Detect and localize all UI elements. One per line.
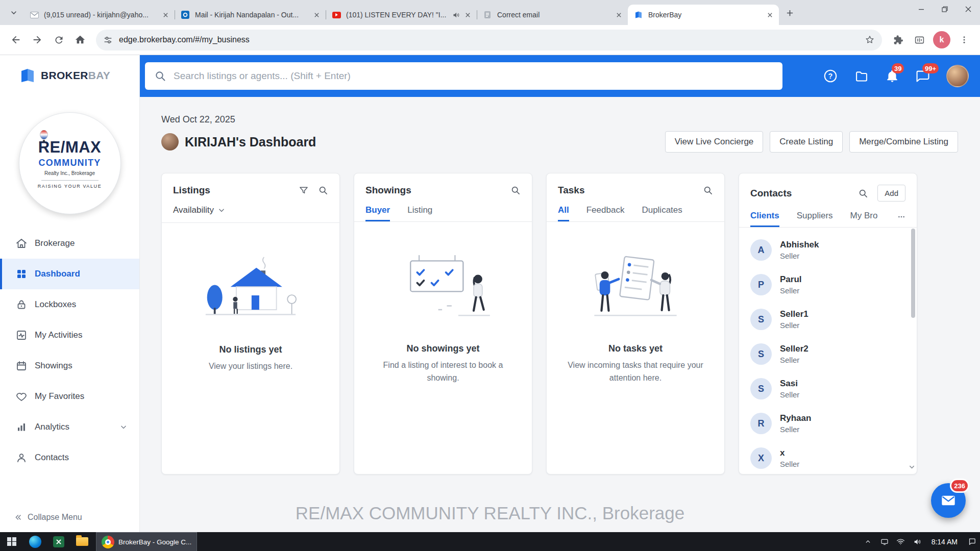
extensions-icon[interactable]: [888, 30, 908, 49]
create-listing-button[interactable]: Create Listing: [770, 131, 843, 153]
tab-youtube[interactable]: (101) LISTEN EVERY DAY! "I...: [326, 5, 477, 25]
contact-row[interactable]: S Seller1Seller: [739, 302, 917, 337]
tab-close-icon[interactable]: [765, 10, 775, 20]
sidebar-item-brokerage[interactable]: Brokerage: [0, 228, 139, 259]
card-title: Contacts: [750, 188, 792, 199]
tab-suppliers[interactable]: Suppliers: [797, 211, 833, 227]
tab-feedback[interactable]: Feedback: [586, 205, 625, 221]
contact-row[interactable]: P ParulSeller: [739, 267, 917, 302]
tab-all[interactable]: All: [558, 205, 569, 221]
sidebar-item-lockboxes[interactable]: Lockboxes: [0, 289, 139, 320]
brokerbay-app: BROKERBAY RE/MAX COMMUNITY Realty Inc., …: [0, 55, 980, 532]
media-controls-icon[interactable]: [910, 30, 929, 49]
bookmark-star-icon[interactable]: [865, 35, 875, 45]
contact-avatar: S: [750, 378, 772, 399]
search-icon[interactable]: [318, 185, 328, 195]
url-bar[interactable]: edge.brokerbay.com/#/my_business: [96, 30, 882, 51]
collapse-menu-button[interactable]: Collapse Menu: [14, 513, 82, 522]
tab-correct-email[interactable]: Correct email: [477, 5, 628, 25]
view-live-concierge-button[interactable]: View Live Concierge: [665, 131, 764, 153]
empty-title: No listings yet: [162, 344, 339, 355]
contact-row[interactable]: X xSeller: [739, 441, 917, 474]
browser-menu-icon[interactable]: [954, 30, 974, 49]
taskbar-file-explorer-icon[interactable]: [70, 532, 94, 551]
filter-icon[interactable]: [299, 185, 309, 195]
taskbar-active-window[interactable]: BrokerBay - Google C...: [96, 532, 197, 551]
browser-profile-avatar[interactable]: k: [933, 31, 950, 48]
tray-wifi-icon[interactable]: [893, 532, 909, 551]
minimize-button[interactable]: [910, 0, 933, 18]
merge-combine-listing-button[interactable]: Merge/Combine Listing: [849, 131, 958, 153]
close-button[interactable]: [957, 0, 980, 18]
tab-search-button[interactable]: [6, 5, 21, 20]
logo-line-2: COMMUNITY: [39, 158, 101, 168]
global-search[interactable]: [145, 62, 782, 90]
sidebar-item-dashboard[interactable]: Dashboard: [0, 259, 139, 289]
home-button[interactable]: [70, 30, 90, 49]
showings-empty-state: No showings yet Find a listing of intere…: [354, 222, 532, 474]
empty-text: View your listings here.: [162, 360, 339, 373]
folder-icon[interactable]: [854, 69, 869, 83]
tab-close-icon[interactable]: [462, 10, 473, 20]
add-contact-button[interactable]: Add: [877, 185, 905, 202]
brokerbay-logo[interactable]: BROKERBAY: [0, 55, 139, 84]
tab-my-brokerage[interactable]: My Bro: [850, 211, 878, 227]
tab-buyer[interactable]: Buyer: [365, 205, 390, 221]
user-avatar[interactable]: [946, 65, 969, 87]
screen: (9,015 unread) - kirijahn@yaho... Mail -…: [0, 0, 980, 551]
scroll-down-icon[interactable]: [908, 463, 916, 471]
new-tab-button[interactable]: [782, 5, 797, 20]
contact-row[interactable]: S SasiSeller: [739, 371, 917, 406]
contact-role: Seller: [780, 425, 811, 434]
contact-row[interactable]: S Seller2Seller: [739, 337, 917, 371]
reload-button[interactable]: [49, 30, 68, 49]
action-center-icon[interactable]: [964, 532, 980, 551]
messages-icon[interactable]: 99+: [916, 69, 930, 83]
sidebar-item-showings[interactable]: Showings: [0, 350, 139, 381]
contacts-scrollbar[interactable]: [911, 229, 915, 473]
site-settings-icon[interactable]: [103, 35, 113, 45]
tab-close-icon[interactable]: [614, 10, 624, 20]
tray-chevron-up-icon[interactable]: [860, 532, 876, 551]
back-button[interactable]: [6, 30, 26, 49]
tab-audio-speaker-icon[interactable]: [452, 11, 460, 19]
search-icon[interactable]: [510, 185, 521, 195]
sidebar-item-my-activities[interactable]: My Activities: [0, 320, 139, 350]
tab-close-icon[interactable]: [160, 10, 170, 20]
contact-row[interactable]: R RyhaanSeller: [739, 406, 917, 441]
contact-row[interactable]: A AbhishekSeller: [739, 233, 917, 267]
tab-yahoo-mail[interactable]: (9,015 unread) - kirijahn@yaho...: [23, 5, 175, 25]
sidebar-item-analytics[interactable]: Analytics: [0, 412, 139, 442]
showings-tabs: Buyer Listing: [354, 205, 532, 222]
contact-name: Seller1: [780, 309, 808, 319]
taskbar-edge-icon[interactable]: [23, 532, 47, 551]
sidebar-item-label: My Activities: [35, 330, 83, 340]
tabs-overflow-icon[interactable]: [897, 213, 905, 227]
chat-widget-button[interactable]: 236: [931, 483, 966, 518]
sidebar-item-label: Brokerage: [35, 238, 75, 248]
tab-outlook[interactable]: Mail - Kirijah Nandapalan - Out...: [175, 5, 326, 25]
notifications-bell-icon[interactable]: 39: [885, 69, 899, 83]
brokerbay-logo-icon: [19, 67, 36, 84]
tab-clients[interactable]: Clients: [750, 211, 779, 227]
taskbar-excel-icon[interactable]: [47, 532, 70, 551]
sidebar-item-my-favorites[interactable]: My Favorites: [0, 381, 139, 412]
tab-listing[interactable]: Listing: [407, 205, 432, 221]
search-icon[interactable]: [858, 188, 868, 198]
search-input[interactable]: [174, 70, 773, 82]
tray-speaker-icon[interactable]: [909, 532, 925, 551]
tab-brokerbay[interactable]: BrokerBay: [628, 5, 779, 25]
restore-button[interactable]: [933, 0, 957, 18]
start-button[interactable]: [0, 532, 23, 551]
help-icon[interactable]: ?: [823, 68, 838, 84]
contact-avatar: X: [750, 447, 772, 469]
sidebar-item-contacts[interactable]: Contacts: [0, 442, 139, 473]
tab-close-icon[interactable]: [311, 10, 322, 20]
scrollbar-thumb[interactable]: [911, 229, 915, 318]
tray-monitor-icon[interactable]: [876, 532, 893, 551]
search-icon[interactable]: [703, 185, 713, 195]
taskbar-clock[interactable]: 8:14 AM: [925, 538, 964, 546]
tab-duplicates[interactable]: Duplicates: [642, 205, 682, 221]
availability-dropdown[interactable]: Availability: [162, 205, 339, 223]
forward-button[interactable]: [28, 30, 47, 49]
